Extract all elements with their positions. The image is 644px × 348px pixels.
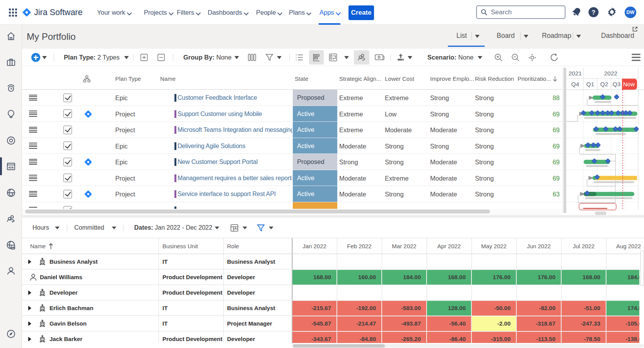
svg-text:2021: 2021 <box>569 70 582 77</box>
svg-text:2022: 2022 <box>604 70 617 77</box>
svg-text:Now: Now <box>623 81 635 87</box>
svg-text:Q2: Q2 <box>600 81 608 87</box>
svg-text:?: ? <box>592 9 596 16</box>
svg-text:Q4: Q4 <box>571 81 579 87</box>
svg-text:Q3: Q3 <box>613 81 621 87</box>
svg-text:Q1: Q1 <box>586 81 594 87</box>
